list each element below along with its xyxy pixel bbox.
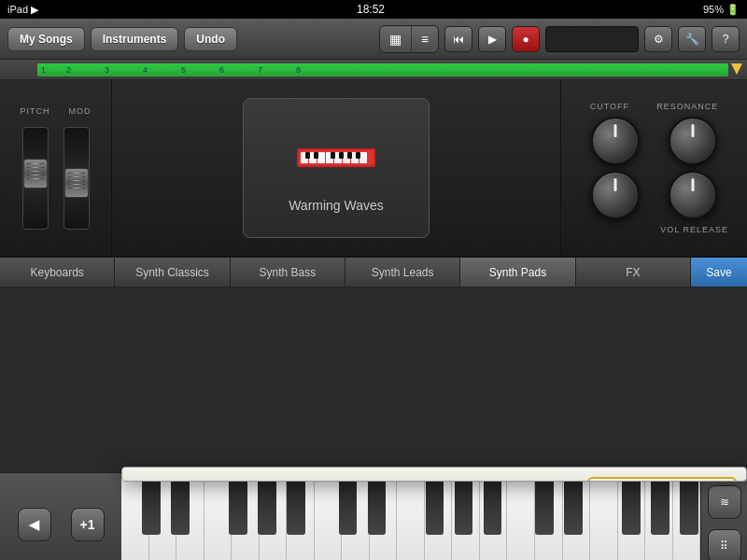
- arpeggio-icon[interactable]: ≋: [708, 485, 741, 519]
- status-time: 18:52: [357, 3, 385, 16]
- tab-save[interactable]: Save: [691, 258, 747, 287]
- ipad-label: iPad ▶: [7, 4, 38, 16]
- tab-synth-classics[interactable]: Synth Classics: [115, 258, 230, 287]
- rewind-button[interactable]: ⏮: [444, 26, 472, 52]
- svg-rect-17: [356, 152, 360, 159]
- sliders-row: [22, 127, 90, 230]
- list-view-icon[interactable]: ≡: [412, 26, 438, 52]
- status-left: iPad ▶: [7, 4, 38, 16]
- preset-warming-waves[interactable]: Warming Waves: [587, 477, 738, 482]
- svg-rect-11: [359, 152, 367, 163]
- svg-rect-12: [305, 152, 310, 159]
- key-as4[interactable]: [484, 474, 502, 535]
- piano-keyboard[interactable]: C3: [121, 472, 700, 560]
- pitch-label: PITCH: [21, 106, 50, 116]
- my-songs-button[interactable]: My Songs: [7, 27, 85, 51]
- key-fs4[interactable]: [426, 474, 444, 535]
- key-gs5[interactable]: [651, 474, 669, 535]
- cutoff-knob[interactable]: [591, 117, 640, 165]
- instrument-name: Warming Waves: [289, 198, 384, 213]
- plus-one-button[interactable]: +1: [71, 508, 105, 541]
- preset-grid: Chill Pad: [122, 468, 746, 482]
- wrench-icon[interactable]: 🔧: [678, 26, 706, 52]
- key-gs4[interactable]: [455, 474, 473, 535]
- battery-label: 95% 🔋: [703, 4, 740, 16]
- key-f4[interactable]: [397, 474, 425, 560]
- mod-slider[interactable]: [63, 127, 90, 230]
- tab-fx[interactable]: FX: [576, 258, 691, 287]
- svg-rect-6: [317, 152, 325, 163]
- timeline[interactable]: 1 2 3 4 5 6 7 8: [0, 60, 747, 80]
- play-button[interactable]: ▶: [478, 26, 506, 52]
- instrument-box: Warming Waves: [243, 98, 430, 238]
- key-ds5[interactable]: [564, 474, 583, 535]
- key-fs5[interactable]: [622, 474, 641, 535]
- knobs-top-row: [576, 117, 732, 165]
- preset-panel: Chill Pad: [121, 467, 747, 482]
- preset-moonrise[interactable]: Moonrise: [435, 477, 585, 482]
- pitch-slider[interactable]: [22, 127, 49, 230]
- instruments-button[interactable]: Instruments: [91, 27, 179, 51]
- knobs-bottom-row: [576, 171, 732, 219]
- tab-synth-leads[interactable]: Synth Leads: [345, 258, 460, 287]
- key-cs5[interactable]: [535, 474, 554, 535]
- bottom-area: ◀ +1 C3: [0, 472, 747, 560]
- status-right: 95% 🔋: [703, 4, 740, 16]
- key-as3[interactable]: [287, 474, 305, 535]
- view-toggle-group: ▦ ≡: [379, 25, 439, 53]
- transport-controls: ⏮ ▶ ●: [444, 26, 639, 52]
- tab-synth-bass[interactable]: Synth Bass: [231, 258, 345, 287]
- main-content: Chill Pad: [0, 287, 747, 560]
- pitch-mod-labels: PITCH MOD: [21, 106, 92, 116]
- preset-ethereal-rhythm[interactable]: Ethereal Rhythm: [284, 477, 434, 482]
- key-c5[interactable]: [507, 474, 535, 560]
- key-f5[interactable]: [590, 474, 618, 560]
- svg-line-1: [364, 165, 374, 180]
- pitch-mod-controls: PITCH MOD: [0, 80, 112, 256]
- preset-tabs: Keyboards Synth Classics Synth Bass Synt…: [0, 258, 747, 287]
- key-f3[interactable]: [204, 474, 233, 560]
- toolbar: My Songs Instruments Undo ▦ ≡ ⏮ ▶ ● ⚙ 🔧 …: [0, 19, 747, 60]
- svg-rect-13: [314, 152, 318, 159]
- pitch-thumb[interactable]: [23, 159, 48, 189]
- key-as5[interactable]: [680, 474, 698, 535]
- right-toolbar-icons: ⚙ 🔧 ?: [644, 26, 740, 52]
- vol-release-label: VOL RELEASE: [576, 225, 732, 234]
- key-gs3[interactable]: [258, 474, 276, 535]
- resonance-knob-2[interactable]: [669, 171, 717, 219]
- instrument-image: [289, 123, 383, 189]
- center-display: Warming Waves: [112, 80, 560, 256]
- resonance-knob[interactable]: [669, 117, 717, 165]
- mod-label: MOD: [69, 106, 92, 116]
- cutoff-knob-2[interactable]: [591, 171, 640, 219]
- key-fs3[interactable]: [229, 474, 247, 535]
- svg-rect-14: [331, 152, 335, 159]
- prev-button[interactable]: ◀: [18, 508, 51, 541]
- lcd-display: [545, 26, 639, 52]
- synth-area: PITCH MOD: [0, 80, 747, 258]
- cutoff-label: CUTOFF: [590, 102, 629, 111]
- chord-icon[interactable]: ⠿: [708, 529, 741, 560]
- svg-rect-16: [347, 152, 352, 159]
- record-button[interactable]: ●: [512, 26, 540, 52]
- nav-buttons: ◀ +1: [0, 472, 121, 560]
- right-side-buttons: ≋ ⠿: [700, 472, 747, 560]
- key-cs3[interactable]: [142, 474, 161, 535]
- key-cs4[interactable]: [339, 474, 358, 535]
- timeline-pin: [731, 63, 742, 75]
- grid-view-icon[interactable]: ▦: [380, 26, 412, 52]
- knob-labels: CUTOFF RESONANCE: [576, 102, 732, 111]
- mod-thumb[interactable]: [64, 168, 89, 198]
- help-icon[interactable]: ?: [712, 26, 740, 52]
- key-c4[interactable]: [315, 474, 343, 560]
- undo-button[interactable]: Undo: [184, 27, 237, 51]
- mixer-icon[interactable]: ⚙: [644, 26, 672, 52]
- svg-line-0: [299, 165, 308, 180]
- svg-rect-15: [339, 152, 344, 159]
- preset-chill-pad[interactable]: Chill Pad: [132, 477, 282, 482]
- right-controls: CUTOFF RESONANCE VOL RELEASE: [560, 80, 747, 256]
- tab-synth-pads[interactable]: Synth Pads: [460, 258, 575, 287]
- key-ds3[interactable]: [171, 474, 190, 535]
- tab-keyboards[interactable]: Keyboards: [0, 258, 115, 287]
- key-ds4[interactable]: [368, 474, 387, 535]
